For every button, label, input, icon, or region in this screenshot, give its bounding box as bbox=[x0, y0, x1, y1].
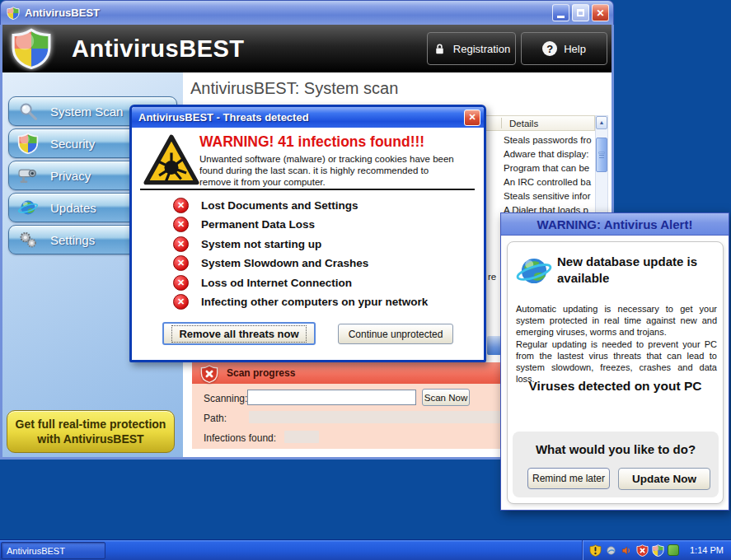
taskbar-task-button[interactable]: AntivirusBEST bbox=[1, 542, 105, 559]
registration-label: Registration bbox=[453, 43, 510, 55]
alert-popup-title: WARNING: Antivirus Alert! bbox=[537, 217, 693, 231]
details-column-header[interactable]: Details bbox=[509, 119, 538, 128]
threats-detected-dialog: AntivirusBEST - Threats detected ✕ WARNI… bbox=[129, 105, 486, 362]
infections-found-label: Infections found: bbox=[204, 432, 276, 444]
volume-icon[interactable] bbox=[621, 544, 633, 557]
warning-heading: WARNING! 41 infections found!!! bbox=[199, 133, 424, 151]
close-icon: ✕ bbox=[468, 112, 476, 123]
alert-popup-titlebar[interactable]: WARNING: Antivirus Alert! bbox=[501, 213, 729, 236]
maximize-button[interactable] bbox=[572, 4, 589, 21]
minimize-button[interactable] bbox=[552, 4, 569, 21]
warning-triangle-icon bbox=[142, 133, 201, 187]
get-protection-button[interactable]: Get full real-time protection with Antiv… bbox=[7, 410, 175, 453]
threat-label: Loss od Internet Connection bbox=[201, 277, 352, 289]
threat-label: Lost Documents and Settings bbox=[201, 199, 358, 212]
threat-item: ✕Permanent Data Loss bbox=[173, 217, 315, 232]
security-warning-shield-icon[interactable] bbox=[589, 544, 602, 557]
shield-icon bbox=[17, 133, 39, 154]
partially-hidden-button bbox=[487, 336, 500, 355]
window-title: AntivirusBEST bbox=[25, 7, 550, 19]
scanning-input[interactable] bbox=[247, 390, 416, 405]
red-shield-icon bbox=[200, 364, 218, 384]
viruses-detected-heading: Viruses detected on yout PC bbox=[508, 379, 723, 394]
brand-shield-icon bbox=[11, 28, 52, 69]
red-x-icon: ✕ bbox=[173, 275, 189, 291]
question-text: What would you like to do? bbox=[513, 442, 719, 456]
table-row[interactable]: Steals passwords fro bbox=[504, 135, 592, 145]
update-paragraph-1: Automatic updating is necessary to get y… bbox=[516, 303, 717, 338]
sidebar-item-label: Updates bbox=[50, 201, 96, 215]
update-now-button[interactable]: Update Now bbox=[618, 468, 710, 490]
path-value-placeholder bbox=[249, 411, 500, 423]
close-button[interactable]: ✕ bbox=[592, 4, 609, 21]
minimize-glyph bbox=[557, 16, 565, 18]
help-button[interactable]: ? Help bbox=[521, 32, 607, 65]
gears-icon bbox=[17, 229, 39, 250]
table-row[interactable]: Adware that display: bbox=[504, 149, 589, 159]
update-ball-icon[interactable] bbox=[605, 544, 617, 557]
warning-body-text: Unwanted software (malware) or tracking … bbox=[199, 153, 460, 188]
remind-me-later-button[interactable]: Remind me later bbox=[527, 468, 610, 489]
alert-shield-icon[interactable] bbox=[636, 544, 649, 557]
camera-icon bbox=[17, 165, 39, 186]
threat-item: ✕System Slowdown and Crashes bbox=[173, 255, 368, 271]
threats-dialog-close-button[interactable]: ✕ bbox=[464, 110, 480, 126]
scrollbar-thumb[interactable] bbox=[596, 138, 607, 172]
desktop: AntivirusBEST ✕ AntivirusBEST Registrati… bbox=[0, 0, 731, 560]
question-icon: ? bbox=[542, 41, 557, 56]
threat-label: System not starting up bbox=[201, 238, 321, 250]
taskbar: AntivirusBEST 1:14 PM bbox=[0, 539, 731, 560]
question-panel: What would you like to do? Remind me lat… bbox=[513, 432, 719, 497]
clipped-row-fragment: re bbox=[488, 272, 496, 282]
threat-label: Infecting other computers on ypur networ… bbox=[201, 296, 428, 308]
gpu-utility-icon[interactable] bbox=[668, 544, 679, 556]
antivirus-alert-popup: WARNING: Antivirus Alert! New database u… bbox=[500, 212, 729, 511]
promo-line1: Get full real-time protection bbox=[7, 417, 174, 432]
path-label: Path: bbox=[204, 413, 227, 424]
promo-line2: with AntivirusBEST bbox=[7, 432, 174, 446]
table-row[interactable]: Steals sensitive infor bbox=[504, 191, 590, 201]
system-tray: 1:14 PM bbox=[582, 540, 731, 560]
scan-now-button[interactable]: Scan Now bbox=[422, 389, 470, 406]
red-x-icon: ✕ bbox=[173, 217, 189, 232]
red-x-icon: ✕ bbox=[173, 236, 189, 252]
infections-count-placeholder bbox=[284, 431, 319, 443]
globe-update-icon bbox=[515, 252, 553, 290]
help-label: Help bbox=[564, 43, 586, 55]
lock-icon bbox=[433, 42, 447, 56]
threat-label: System Slowdown and Crashes bbox=[201, 257, 368, 269]
threat-label: Permanent Data Loss bbox=[201, 218, 315, 231]
red-x-icon: ✕ bbox=[173, 255, 189, 271]
threat-item: ✕Infecting other computers on ypur netwo… bbox=[173, 294, 428, 310]
update-paragraph-2: Regular updating is needed to prevent yo… bbox=[516, 338, 717, 385]
taskbar-clock[interactable]: 1:14 PM bbox=[690, 545, 724, 555]
alert-popup-panel: New database update is available Automat… bbox=[507, 241, 724, 504]
close-icon: ✕ bbox=[596, 7, 604, 19]
security-center-shield-icon[interactable] bbox=[652, 544, 664, 557]
table-row[interactable]: Program that can be bbox=[504, 163, 589, 173]
magnifier-icon bbox=[17, 100, 39, 122]
maximize-glyph bbox=[577, 9, 584, 16]
main-window-titlebar[interactable]: AntivirusBEST ✕ bbox=[0, 0, 614, 25]
red-x-icon: ✕ bbox=[173, 294, 189, 310]
scroll-up-button[interactable]: ▲ bbox=[596, 116, 607, 129]
brand-name: AntivirusBEST bbox=[72, 35, 427, 63]
threat-item: ✕System not starting up bbox=[173, 236, 321, 252]
sidebar-item-label: Settings bbox=[50, 233, 95, 247]
continue-unprotected-button[interactable]: Continue unprotected bbox=[338, 324, 453, 344]
registration-button[interactable]: Registration bbox=[427, 32, 516, 65]
divider bbox=[140, 189, 475, 190]
app-shield-icon bbox=[7, 7, 20, 20]
table-row[interactable]: An IRC controlled ba bbox=[504, 177, 591, 187]
scanning-label: Scanning: bbox=[204, 393, 247, 404]
column-divider bbox=[501, 118, 502, 128]
threats-dialog-titlebar[interactable]: AntivirusBEST - Threats detected ✕ bbox=[132, 107, 484, 128]
sidebar-item-label: Security bbox=[50, 137, 95, 151]
app-header: AntivirusBEST Registration ? Help bbox=[2, 25, 612, 72]
threats-dialog-title: AntivirusBEST - Threats detected bbox=[138, 111, 464, 124]
threats-dialog-body: WARNING! 41 infections found!!! Unwanted… bbox=[132, 128, 484, 360]
remove-all-threats-button[interactable]: Remove all threats now bbox=[162, 322, 316, 345]
threat-item: ✕Lost Documents and Settings bbox=[173, 198, 358, 213]
red-x-icon: ✕ bbox=[173, 198, 189, 213]
page-title: AntivirusBEST: System scan bbox=[190, 79, 398, 98]
